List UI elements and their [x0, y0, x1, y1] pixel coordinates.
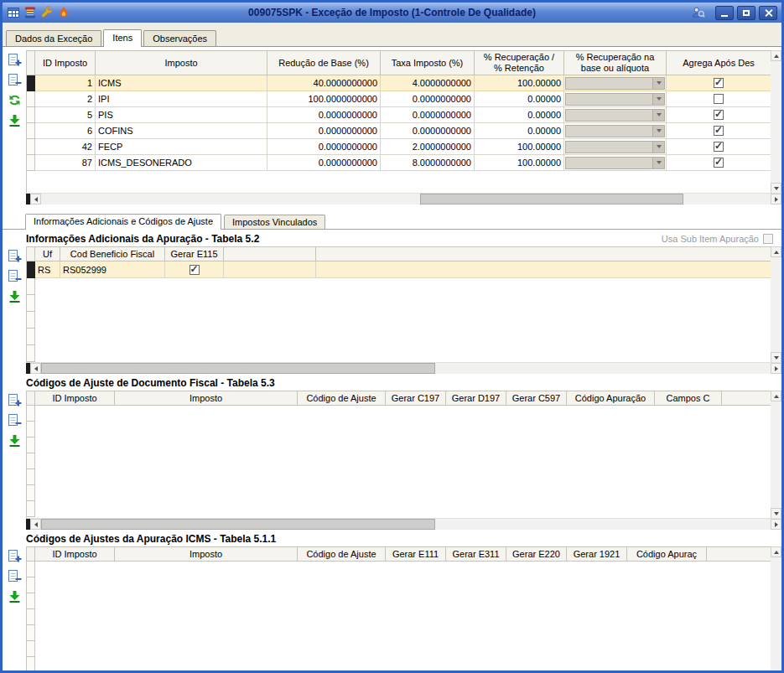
- move-to-bottom-icon[interactable]: [8, 433, 22, 448]
- cell[interactable]: 6: [35, 123, 96, 139]
- cell[interactable]: 100.00000: [475, 155, 564, 171]
- cell-checkbox[interactable]: [667, 155, 771, 171]
- scroll-left-button[interactable]: [30, 363, 41, 374]
- delete-record-icon[interactable]: [8, 569, 22, 583]
- cell-checkbox[interactable]: [667, 107, 771, 123]
- cell-checkbox[interactable]: [667, 123, 771, 139]
- titlebar[interactable]: 009075SPK - Exceção de Imposto (1-Contro…: [3, 3, 781, 23]
- tab-impostos-vinculados[interactable]: Impostos Vinculados: [224, 215, 325, 229]
- minimize-button[interactable]: [715, 6, 734, 20]
- column-header-reducao-de-base[interactable]: Redução de Base (%): [267, 50, 381, 75]
- user-search-icon[interactable]: [692, 6, 705, 19]
- checkbox[interactable]: [714, 126, 724, 136]
- cell[interactable]: 1: [35, 75, 96, 91]
- cell-checkbox[interactable]: [667, 91, 771, 107]
- maximize-button[interactable]: [737, 6, 755, 20]
- delete-record-icon[interactable]: [8, 413, 22, 427]
- scroll-track[interactable]: [771, 557, 781, 660]
- checkbox[interactable]: [714, 78, 724, 88]
- scroll-up-button[interactable]: [771, 391, 781, 401]
- scroll-track[interactable]: [771, 401, 781, 508]
- cell[interactable]: [224, 261, 316, 278]
- cell[interactable]: 0.00000: [475, 123, 564, 139]
- cell[interactable]: PIS: [96, 107, 267, 123]
- horizontal-scrollbar[interactable]: [26, 193, 781, 204]
- table-row[interactable]: RSRS052999: [27, 261, 771, 278]
- scroll-track[interactable]: [771, 61, 781, 183]
- checkbox[interactable]: [714, 142, 724, 152]
- horizontal-scrollbar[interactable]: [26, 518, 781, 530]
- column-header-id-imposto[interactable]: ID Imposto: [35, 546, 115, 562]
- column-header-codigo-de-ajuste[interactable]: Código de Ajuste: [298, 546, 386, 562]
- cell[interactable]: 100.00000: [475, 75, 564, 91]
- close-button[interactable]: [759, 6, 777, 20]
- scroll-right-button[interactable]: [771, 519, 781, 530]
- add-record-icon[interactable]: [8, 249, 22, 263]
- refresh-icon[interactable]: [8, 93, 22, 107]
- cell[interactable]: FECP: [96, 139, 267, 155]
- column-header-gerar-e115[interactable]: Gerar E115: [165, 246, 224, 261]
- vertical-scrollbar[interactable]: [771, 546, 781, 670]
- tab-observacoes[interactable]: Observações: [143, 30, 216, 46]
- cell[interactable]: ICMS: [96, 75, 267, 91]
- tab-dados-da-excecao[interactable]: Dados da Exceção: [6, 30, 101, 46]
- scroll-left-button[interactable]: [30, 194, 41, 204]
- cell[interactable]: 4.0000000000: [381, 75, 475, 91]
- column-header-imposto[interactable]: Imposto: [96, 50, 267, 75]
- cell[interactable]: 2.0000000000: [381, 139, 475, 155]
- cell[interactable]: 100.0000000000: [267, 91, 381, 107]
- column-header-taxa-imposto[interactable]: Taxa Imposto (%): [381, 50, 475, 75]
- tab-informacoes-adicionais-e-codigos-de-ajuste[interactable]: Informações Adicionais e Códigos de Ajus…: [25, 214, 221, 230]
- vertical-scrollbar[interactable]: [771, 391, 781, 519]
- checkbox[interactable]: [714, 110, 724, 120]
- column-header-recuperacao-na-base-ou-aliquota[interactable]: % Recuperação na base ou alíquota: [564, 50, 667, 75]
- column-header-gerar-e311[interactable]: Gerar E311: [446, 546, 506, 562]
- column-header-blank[interactable]: [224, 246, 316, 261]
- column-header-agrega-apos-des[interactable]: Agrega Após Des: [667, 50, 771, 75]
- column-header-imposto[interactable]: Imposto: [115, 546, 298, 562]
- scroll-thumb[interactable]: [420, 194, 683, 204]
- scroll-right-button[interactable]: [771, 363, 781, 374]
- column-header-gerar-d197[interactable]: Gerar D197: [446, 391, 506, 406]
- scroll-up-button[interactable]: [771, 50, 781, 61]
- cell[interactable]: 0.0000000000: [267, 139, 381, 155]
- cell[interactable]: 0.0000000000: [381, 91, 475, 107]
- cell-checkbox[interactable]: [667, 139, 771, 155]
- checkbox[interactable]: [714, 158, 724, 168]
- column-header-campos-c[interactable]: Campos C: [655, 391, 722, 406]
- move-to-bottom-icon[interactable]: [8, 289, 22, 303]
- cell[interactable]: 5: [35, 107, 96, 123]
- cell[interactable]: IPI: [96, 91, 267, 107]
- cell-checkbox[interactable]: [667, 75, 771, 91]
- column-header-codigo-de-ajuste[interactable]: Código de Ajuste: [298, 391, 386, 406]
- scroll-track[interactable]: [41, 519, 771, 530]
- tab-itens[interactable]: Itens: [103, 29, 142, 47]
- cell[interactable]: 0.0000000000: [381, 107, 475, 123]
- column-header-cod-beneficio-fiscal[interactable]: Cod Beneficio Fiscal: [60, 246, 165, 261]
- delete-record-icon[interactable]: [8, 73, 22, 87]
- cell[interactable]: 100.00000: [475, 139, 564, 155]
- cell[interactable]: COFINS: [96, 123, 267, 139]
- column-header-id-imposto[interactable]: ID Imposto: [35, 391, 115, 406]
- add-record-icon[interactable]: [8, 53, 22, 67]
- move-to-bottom-icon[interactable]: [8, 589, 22, 603]
- horizontal-scrollbar[interactable]: [26, 362, 781, 374]
- cell[interactable]: 0.0000000000: [267, 155, 381, 171]
- scroll-track[interactable]: [41, 194, 771, 204]
- column-header-codigo-apuracao[interactable]: Código Apuração: [567, 391, 655, 406]
- cell[interactable]: 8.0000000000: [381, 155, 475, 171]
- table-row[interactable]: 1ICMS40.00000000004.0000000000100.00000: [27, 75, 771, 91]
- column-header-gerar-e220[interactable]: Gerar E220: [506, 546, 567, 562]
- cell[interactable]: 87: [35, 155, 96, 171]
- vertical-scrollbar[interactable]: [771, 50, 781, 194]
- cell[interactable]: ICMS_DESONERADO: [96, 155, 267, 171]
- checkbox[interactable]: [190, 265, 200, 275]
- column-header-codigo-apurac[interactable]: Código Apuraç: [627, 546, 707, 562]
- column-header-uf[interactable]: Uf: [35, 246, 60, 261]
- column-header-imposto[interactable]: Imposto: [115, 391, 298, 406]
- column-header-gerar-c197[interactable]: Gerar C197: [386, 391, 446, 406]
- cell[interactable]: 42: [35, 139, 96, 155]
- table-row[interactable]: 6COFINS0.00000000000.00000000000.00000: [27, 123, 771, 139]
- table-row[interactable]: 5PIS0.00000000000.00000000000.00000: [27, 107, 771, 123]
- cell[interactable]: 0.00000: [475, 107, 564, 123]
